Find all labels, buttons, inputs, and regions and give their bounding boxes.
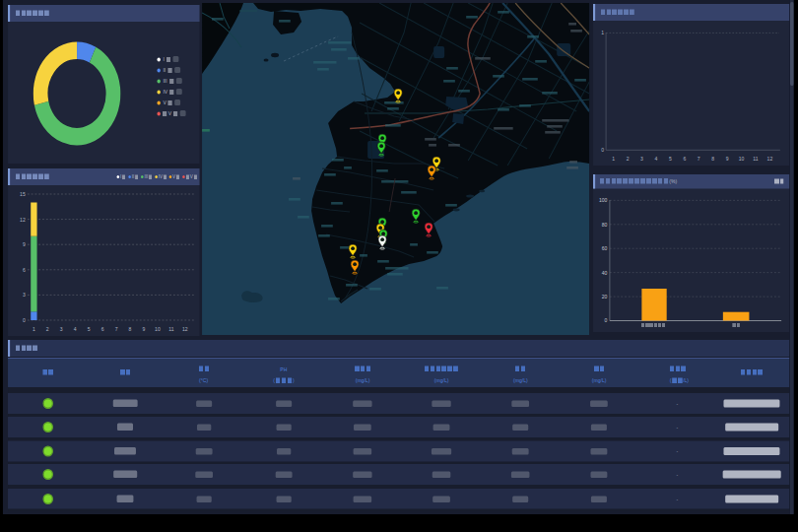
svg-text:6: 6 (683, 156, 686, 162)
svg-text:5: 5 (88, 326, 91, 332)
svg-text:6: 6 (101, 326, 104, 332)
svg-text:0: 0 (605, 317, 608, 323)
svg-text:1: 1 (33, 326, 35, 332)
svg-text:9: 9 (23, 241, 26, 247)
svg-text:60: 60 (602, 245, 608, 251)
svg-text:12: 12 (767, 156, 773, 162)
svg-text:15: 15 (20, 191, 26, 197)
svg-text:0: 0 (23, 317, 26, 323)
svg-text:1: 1 (601, 30, 604, 35)
svg-text:9: 9 (143, 326, 146, 332)
svg-text:7: 7 (115, 326, 118, 332)
svg-text:3: 3 (60, 326, 63, 332)
svg-text:80: 80 (602, 221, 608, 227)
svg-text:3: 3 (640, 156, 643, 162)
svg-text:9: 9 (726, 156, 729, 162)
svg-text:3: 3 (23, 292, 26, 298)
svg-text:4: 4 (655, 156, 658, 162)
svg-text:6: 6 (23, 266, 26, 272)
svg-text:7: 7 (698, 156, 700, 162)
svg-text:11: 11 (168, 326, 173, 332)
svg-text:12: 12 (20, 216, 26, 222)
svg-text:11: 11 (753, 156, 758, 162)
svg-text:100: 100 (599, 197, 607, 203)
svg-text:8: 8 (711, 156, 714, 162)
svg-text:4: 4 (74, 326, 77, 332)
svg-text:12: 12 (182, 326, 188, 332)
svg-text:2: 2 (46, 326, 49, 332)
svg-text:10: 10 (155, 326, 161, 332)
svg-text:5: 5 (669, 156, 672, 162)
svg-text:20: 20 (602, 294, 608, 299)
svg-text:40: 40 (602, 269, 608, 275)
svg-text:8: 8 (129, 326, 132, 332)
svg-text:0: 0 (601, 147, 604, 153)
svg-text:1: 1 (612, 156, 615, 162)
svg-text:10: 10 (739, 156, 745, 162)
svg-text:2: 2 (627, 156, 630, 162)
